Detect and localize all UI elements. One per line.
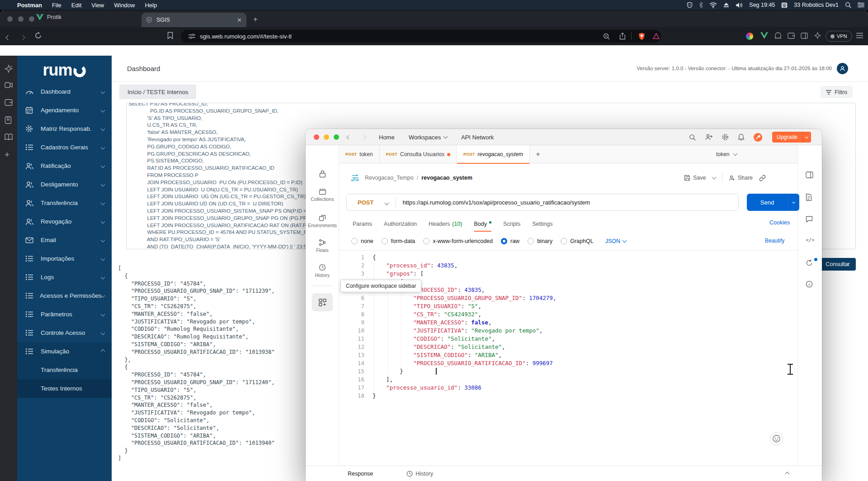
postman-forward-icon[interactable] (363, 129, 366, 145)
save-dropdown-icon[interactable] (712, 175, 716, 180)
share-button[interactable]: Share (729, 175, 753, 181)
vault-lock-icon[interactable] (306, 170, 339, 178)
menu-edit[interactable]: Edit (71, 2, 81, 9)
brave-rewards-icon[interactable] (653, 33, 660, 39)
sidebar-item-controle-acesso[interactable]: Controle Acesso (17, 324, 112, 342)
postman-zoom-button[interactable] (334, 134, 339, 140)
postman-back-icon[interactable] (347, 129, 350, 145)
sidebar-item-revoga-o[interactable]: Revogação (17, 212, 112, 231)
bookmark-icon[interactable] (167, 32, 173, 39)
sidebar-subitem-transfer-ncia[interactable]: Transferência (17, 361, 112, 379)
send-dropdown-icon[interactable] (788, 194, 799, 211)
tab-close-icon[interactable]: ✕ (237, 17, 242, 24)
code-snippet-icon[interactable]: </> (806, 237, 815, 243)
wallet-panel-icon[interactable] (5, 99, 13, 106)
body-mode-binary[interactable]: binary (528, 238, 552, 244)
rail-item-environments[interactable]: Environments (306, 214, 339, 228)
site-settings-icon[interactable] (189, 33, 195, 39)
add-panel-icon[interactable]: + (5, 150, 9, 160)
window-zoom-button[interactable] (29, 16, 34, 22)
notifications-bell-icon[interactable] (738, 129, 745, 145)
req-tab-scripts[interactable]: Scripts (503, 216, 520, 232)
postbot-icon[interactable] (770, 432, 783, 445)
rail-item-history[interactable]: History (306, 264, 339, 278)
brave-leo-icon[interactable] (814, 32, 821, 39)
upgrade-dropdown-icon[interactable] (802, 132, 811, 143)
sidebar-item-matriz-responsab-[interactable]: Matriz Responsab. (17, 119, 112, 138)
wallet-icon[interactable] (788, 33, 795, 39)
forward-icon[interactable] (21, 33, 24, 41)
control-center-icon[interactable] (858, 2, 864, 8)
menubar-account[interactable]: 33 Robotics Dev1 (794, 2, 839, 8)
req-tab-params[interactable]: Params (353, 216, 372, 232)
new-tab-button[interactable]: + (253, 15, 258, 24)
req-tab-settings[interactable]: Settings (532, 216, 552, 232)
menubar-clock[interactable]: Seg 19:45 (749, 2, 775, 8)
save-button[interactable]: Save (684, 175, 706, 181)
extension-profile-icon[interactable] (746, 33, 753, 40)
body-mode-form-data[interactable]: form-data (382, 238, 415, 244)
comments-icon[interactable] (806, 216, 813, 223)
settings-gear-icon[interactable] (722, 129, 729, 145)
menubar-app-name[interactable]: Postman (17, 2, 42, 9)
wifi-icon[interactable] (709, 2, 717, 8)
sidebar-item-transfer-ncia[interactable]: Transferência (17, 194, 112, 212)
postman-tab-token[interactable]: POSTtoken (339, 145, 380, 163)
body-mode-x-www-form-urlencoded[interactable]: x-www-form-urlencoded (423, 238, 493, 244)
req-tab-headers[interactable]: Headers(10) (429, 216, 462, 232)
body-mode-raw[interactable]: raw (501, 238, 519, 244)
url-input-container[interactable]: POST https://api.rumolog.com/v1/sox/api/… (346, 194, 739, 211)
sidebar-item-logs[interactable]: Logs (17, 268, 112, 286)
spotlight-search-icon[interactable] (845, 2, 851, 8)
environment-selector[interactable]: token (684, 145, 797, 163)
sidebar-item-dashboard[interactable]: Dashboard (17, 82, 112, 101)
sidebar-toggle-icon[interactable] (801, 33, 808, 39)
nav-api-network[interactable]: API Network (461, 129, 494, 145)
volume-icon[interactable] (736, 2, 743, 8)
invite-user-icon[interactable] (705, 129, 713, 145)
request-url-input[interactable]: https://api.rumolog.com/v1/sox/api/proce… (402, 199, 590, 206)
breadcrumb[interactable]: Início / TESTE Internos (119, 85, 196, 99)
bluetooth-icon[interactable] (699, 2, 703, 8)
upgrade-button[interactable]: Upgrade (772, 132, 811, 143)
collection-name[interactable]: Revogacao_Tempo (365, 175, 414, 181)
extension-ghost-icon[interactable] (774, 32, 782, 39)
search-icon[interactable] (689, 129, 696, 145)
info-icon[interactable] (806, 281, 813, 288)
url-bar[interactable]: sgis.web.rumolog.com/#/teste-siv-tl (181, 30, 661, 43)
postman-close-button[interactable] (314, 134, 319, 140)
input-source-icon[interactable] (781, 2, 788, 8)
brave-shield-icon[interactable] (638, 33, 645, 40)
beautify-link[interactable]: Beautify (765, 238, 784, 244)
zoom-out-icon[interactable] (603, 33, 610, 40)
vpn-button[interactable]: VPN (826, 31, 852, 42)
menu-help[interactable]: Help (145, 2, 157, 9)
editor-code[interactable]: { "processo_id": 43835, "grupos": [ { "P… (373, 253, 556, 400)
nav-workspaces[interactable]: Workspaces (409, 129, 447, 145)
body-mode-none[interactable]: none (351, 238, 373, 244)
nav-home[interactable]: Home (379, 129, 395, 145)
new-request-tab-button[interactable]: + (530, 145, 546, 163)
postman-tab-consulta-usuarios[interactable]: POSTConsulta Usuarios (380, 145, 457, 163)
browser-tab-sgis[interactable]: SGIS ✕ (142, 13, 246, 27)
sidebar-item-email[interactable]: Email (17, 231, 112, 249)
method-dropdown-icon[interactable] (385, 200, 389, 205)
bookmarks-panel-icon[interactable] (5, 116, 12, 124)
language-selector[interactable]: JSON (605, 238, 626, 244)
request-name[interactable]: revogacao_system (421, 175, 472, 181)
rumo-logo[interactable]: rum (17, 56, 112, 84)
back-icon[interactable] (6, 33, 10, 41)
sidebar-item-importa-es[interactable]: Importações (17, 249, 112, 268)
sidebar-item-desligamento[interactable]: Desligamento (17, 175, 112, 194)
expand-response-icon[interactable] (786, 471, 789, 477)
menu-file[interactable]: File (52, 2, 61, 9)
sidebar-item-acessos-e-permiss-es[interactable]: Acessos e Permissões (17, 286, 112, 305)
sidebar-item-agendamento[interactable]: Agendamento (17, 101, 112, 119)
req-tab-authorization[interactable]: Authorization (384, 216, 417, 232)
video-call-icon[interactable] (5, 82, 13, 88)
sidebar-item-par-metros[interactable]: Parâmetros (17, 305, 112, 324)
vue-devtools-icon[interactable] (760, 32, 768, 39)
reading-list-icon[interactable] (5, 133, 13, 140)
browser-menu-icon[interactable] (856, 33, 863, 38)
postman-logo-icon[interactable] (753, 129, 763, 145)
